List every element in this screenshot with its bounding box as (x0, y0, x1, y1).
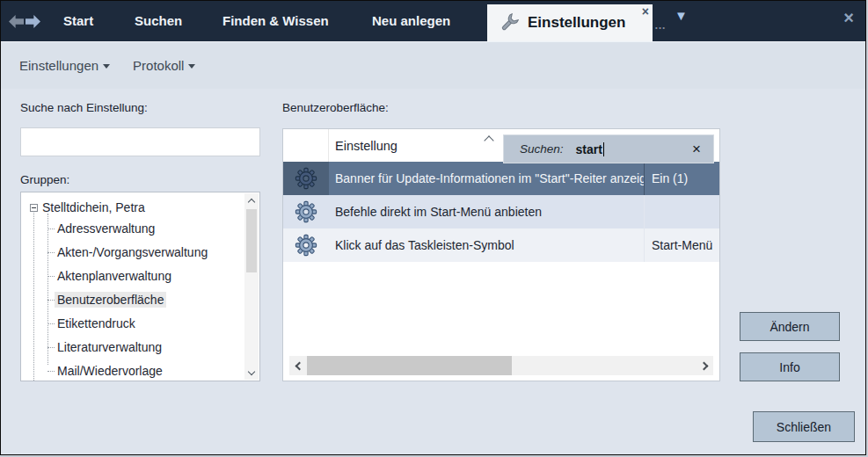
tab-overflow-icon[interactable]: … (654, 18, 667, 32)
table-search-label: Suchen: (520, 142, 564, 156)
tab-einstellungen[interactable]: Einstellungen × (487, 4, 653, 41)
table-search-value[interactable]: start (576, 142, 602, 156)
forward-icon[interactable] (26, 15, 40, 28)
change-button[interactable]: Ändern (740, 312, 840, 341)
search-setting-input[interactable] (20, 127, 260, 156)
table-row-banner-update[interactable]: Banner für Update-Informationen im "Star… (283, 162, 719, 195)
scroll-up-icon[interactable] (244, 193, 259, 207)
tab-suchen[interactable]: Suchen (135, 1, 182, 41)
info-button[interactable]: Info (740, 352, 840, 381)
tree-root-label: Stelltdichein, Petra (42, 200, 145, 214)
tree-item-adressverwaltung[interactable]: Adressverwaltung (21, 217, 259, 241)
tree-item-label: Literaturverwaltung (55, 339, 164, 355)
tab-bar: Start Suchen Finden & Wissen Neu anlegen… (1, 1, 865, 41)
tree-item-label: Aktenplanverwaltung (55, 268, 174, 284)
back-icon[interactable] (9, 15, 24, 28)
sort-ascending-icon (484, 135, 493, 145)
setting-value (644, 195, 719, 228)
setting-name: Befehle direkt im Start-Menü anbieten (329, 195, 644, 228)
tree-scrollbar-thumb[interactable] (246, 209, 257, 272)
tree-item-etikettendruck[interactable]: Etikettendruck (21, 312, 259, 336)
menu-protokoll-label: Protokoll (133, 58, 184, 73)
chevron-down-icon (103, 64, 110, 69)
settings-window: Start Suchen Finden & Wissen Neu anlegen… (0, 0, 866, 455)
setting-value: Ein (1) (644, 162, 719, 195)
text-cursor (603, 142, 604, 156)
gear-icon (283, 195, 329, 228)
tree-item-aktenplanverwaltung[interactable]: Aktenplanverwaltung (21, 265, 259, 288)
collapse-icon[interactable] (30, 204, 38, 212)
tab-einstellungen-label: Einstellungen (528, 14, 625, 32)
tree-item-mail-wiedervorlage[interactable]: Mail/Wiedervorlage (21, 359, 259, 381)
tree-item-label: Adressverwaltung (55, 221, 157, 236)
menu-einstellungen-label: Einstellungen (19, 58, 98, 73)
chevron-down-icon (188, 64, 195, 69)
search-setting-label: Suche nach Einstellung: (20, 101, 148, 114)
setting-value: Start-Menü (644, 228, 719, 262)
search-clear-icon[interactable]: × (692, 141, 701, 156)
table-search-box[interactable]: Suchen: start × (503, 134, 714, 163)
tree-root-item[interactable]: Stelltdichein, Petra (21, 198, 145, 217)
tab-list-dropdown-icon[interactable]: ▼ (675, 8, 688, 23)
scroll-left-icon[interactable] (289, 356, 307, 375)
column-header-einstellung[interactable]: Einstellung (335, 139, 398, 153)
settings-table: Einstellung Suchen: start × Banner für U… (282, 128, 720, 381)
setting-name: Klick auf das Taskleisten-Symbol (329, 228, 644, 262)
tab-finden-wissen[interactable]: Finden & Wissen (222, 1, 329, 41)
tree-item-akten-vorgangsverwaltung[interactable]: Akten-/Vorgangsverwaltung (21, 241, 259, 265)
table-horizontal-scrollbar[interactable] (289, 356, 713, 375)
tree-item-benutzeroberflaeche[interactable]: Benutzeroberfläche (21, 288, 259, 312)
menu-bar: Einstellungen Protokoll (1, 41, 865, 89)
groups-tree: Stelltdichein, Petra Adressverwaltung Ak… (20, 192, 260, 381)
tree-item-label: Akten-/Vorgangsverwaltung (55, 244, 210, 260)
groups-label: Gruppen: (20, 173, 69, 186)
wrench-icon (498, 11, 521, 34)
scroll-down-icon[interactable] (244, 366, 259, 380)
tab-neu-anlegen[interactable]: Neu anlegen (372, 1, 450, 41)
table-row-klick-taskleiste[interactable]: Klick auf das Taskleisten-Symbol Start-M… (283, 228, 719, 262)
tree-item-label: Benutzeroberfläche (55, 292, 166, 308)
tab-close-icon[interactable]: × (642, 4, 649, 19)
table-scrollbar-thumb[interactable] (307, 356, 512, 375)
setting-name: Banner für Update-Informationen im "Star… (329, 162, 644, 195)
tree-scrollbar[interactable] (244, 193, 259, 380)
scroll-right-icon[interactable] (696, 356, 713, 375)
close-button[interactable]: Schließen (753, 411, 855, 442)
content-area: Suche nach Einstellung: Gruppen: Stelltd… (1, 89, 865, 455)
tree-item-label: Etikettendruck (55, 316, 138, 331)
menu-einstellungen[interactable]: Einstellungen (19, 58, 110, 73)
table-row-befehle-startmenu[interactable]: Befehle direkt im Start-Menü anbieten (283, 195, 719, 228)
gear-icon (283, 228, 329, 262)
gear-icon (283, 162, 329, 195)
table-title: Benutzeroberfläche: (282, 101, 389, 114)
menu-protokoll[interactable]: Protokoll (133, 58, 195, 73)
tab-start[interactable]: Start (63, 1, 93, 41)
tree-item-literaturverwaltung[interactable]: Literaturverwaltung (21, 336, 259, 359)
window-close-icon[interactable]: × (843, 8, 854, 28)
icon-column-spacer (283, 129, 329, 162)
tree-item-label: Mail/Wiedervorlage (55, 363, 165, 379)
